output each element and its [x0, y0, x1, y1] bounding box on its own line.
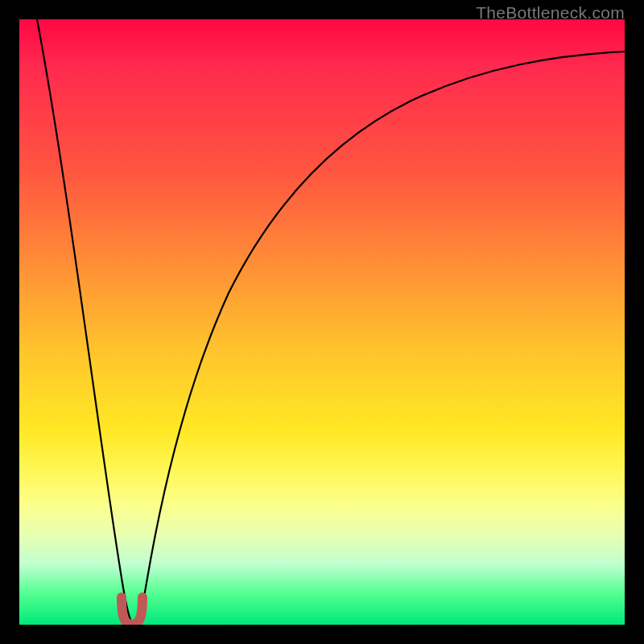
curve-svg — [19, 19, 625, 625]
chart-area — [19, 19, 625, 625]
bottleneck-curve-path — [37, 19, 625, 625]
optimal-marker-path — [122, 597, 142, 625]
